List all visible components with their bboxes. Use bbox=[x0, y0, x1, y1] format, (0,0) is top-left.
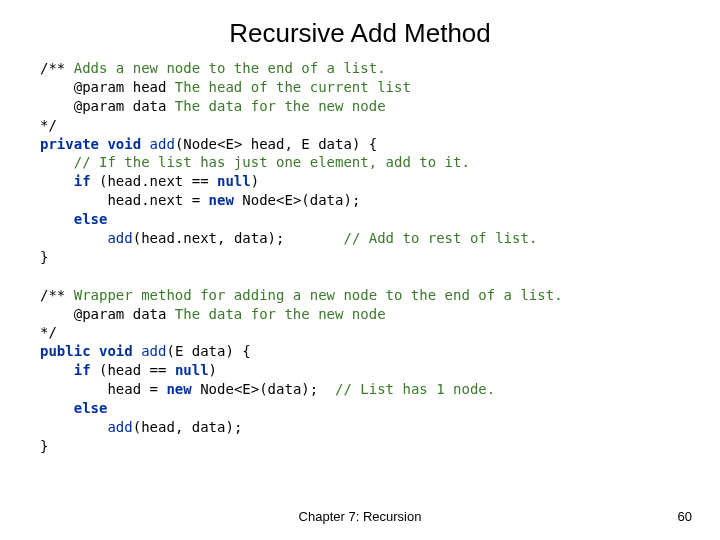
code-text: ) bbox=[251, 173, 259, 189]
keyword: private void bbox=[40, 136, 150, 152]
comment-text: The head of the current list bbox=[175, 79, 411, 95]
comment-text: The data for the new node bbox=[175, 98, 386, 114]
keyword: else bbox=[74, 400, 108, 416]
code-text: head.next = bbox=[40, 192, 209, 208]
comment-param-tag: @param head bbox=[40, 79, 175, 95]
code-text: (head.next, data); bbox=[133, 230, 344, 246]
keyword: null bbox=[217, 173, 251, 189]
footer-page-number: 60 bbox=[678, 509, 692, 524]
indent bbox=[40, 154, 74, 170]
comment-text: Wrapper method for adding a new node to … bbox=[74, 287, 563, 303]
keyword: if bbox=[74, 362, 91, 378]
code-text: Node<E>(data); bbox=[192, 381, 335, 397]
comment-open: /** bbox=[40, 287, 74, 303]
code-text: } bbox=[40, 249, 48, 265]
slide: Recursive Add Method /** Adds a new node… bbox=[0, 0, 720, 540]
keyword: else bbox=[74, 211, 108, 227]
footer-chapter: Chapter 7: Recursion bbox=[0, 509, 720, 524]
keyword: new bbox=[166, 381, 191, 397]
indent bbox=[40, 400, 74, 416]
comment-text: // List has 1 node. bbox=[335, 381, 495, 397]
comment-close: */ bbox=[40, 117, 57, 133]
code-text: (E data) { bbox=[166, 343, 250, 359]
code-text: } bbox=[40, 438, 48, 454]
comment-open: /** bbox=[40, 60, 74, 76]
code-text: Node<E>(data); bbox=[234, 192, 360, 208]
comment-text: // Add to rest of list. bbox=[343, 230, 537, 246]
code-text: head = bbox=[40, 381, 166, 397]
comment-param-tag: @param data bbox=[40, 306, 175, 322]
comment-text: // If the list has just one element, add… bbox=[74, 154, 470, 170]
comment-text: Adds a new node to the end of a list. bbox=[74, 60, 386, 76]
code-text: (Node<E> head, E data) { bbox=[175, 136, 377, 152]
indent bbox=[40, 419, 107, 435]
keyword: null bbox=[175, 362, 209, 378]
method-name: add bbox=[150, 136, 175, 152]
code-text: (head.next == bbox=[91, 173, 217, 189]
code-text: (head, data); bbox=[133, 419, 243, 435]
keyword: if bbox=[74, 173, 91, 189]
indent bbox=[40, 362, 74, 378]
slide-title: Recursive Add Method bbox=[0, 0, 720, 59]
comment-param-tag: @param data bbox=[40, 98, 175, 114]
method-name: add bbox=[107, 419, 132, 435]
comment-text: The data for the new node bbox=[175, 306, 386, 322]
indent bbox=[40, 211, 74, 227]
indent bbox=[40, 173, 74, 189]
code-text: ) bbox=[209, 362, 217, 378]
keyword: public void bbox=[40, 343, 141, 359]
keyword: new bbox=[209, 192, 234, 208]
method-name: add bbox=[107, 230, 132, 246]
code-text: (head == bbox=[91, 362, 175, 378]
code-block: /** Adds a new node to the end of a list… bbox=[0, 59, 720, 456]
indent bbox=[40, 230, 107, 246]
comment-close: */ bbox=[40, 324, 57, 340]
method-name: add bbox=[141, 343, 166, 359]
